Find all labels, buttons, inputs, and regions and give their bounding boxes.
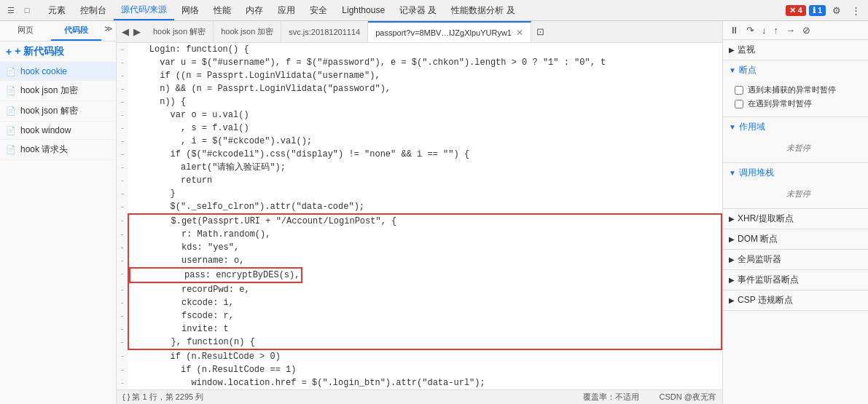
section-header-2[interactable]: ▼作用域 xyxy=(723,117,868,137)
sidebar-more-btn[interactable]: ≫ xyxy=(101,21,116,41)
line-symbol: - xyxy=(117,122,128,135)
rp-step-out-btn[interactable]: ↑ xyxy=(772,24,781,36)
menu-item-console[interactable]: 控制台 xyxy=(73,1,114,20)
menu-item-network[interactable]: 网络 xyxy=(174,1,206,20)
line-code: , s = f.val() xyxy=(128,122,722,135)
file-icon-3: 📄 xyxy=(6,126,16,135)
line-code: var o = u.val() xyxy=(128,108,722,122)
menu-item-recorder[interactable]: 记录器 及 xyxy=(392,1,444,20)
line-symbol: - xyxy=(117,336,128,349)
line-symbol: - xyxy=(117,283,128,296)
code-table: - Login: function() {- var u = $("#usern… xyxy=(117,43,722,389)
menu-item-application[interactable]: 应用 xyxy=(270,1,302,20)
code-editor[interactable]: - Login: function() {- var u = $("#usern… xyxy=(117,43,722,389)
section-label-3: 调用堆栈 xyxy=(739,167,774,179)
menu-item-security[interactable]: 安全 xyxy=(302,1,335,20)
line-symbol: - xyxy=(117,241,128,254)
line-code: }, function(n) { xyxy=(128,336,722,349)
status-bar: { } 第 1 行，第 2295 列 覆盖率：不适用 CSDN @夜无宵 xyxy=(117,389,722,404)
tab-nav-left[interactable]: ◀ xyxy=(120,26,131,37)
section-content-1: 遇到未捕获的异常时暂停在遇到异常时暂停 xyxy=(723,80,868,116)
line-code: if (n.ResultCode > 0) xyxy=(128,349,722,363)
right-section-7: ▶事件监听器断点 xyxy=(723,270,868,290)
menu-icon-1[interactable]: ☰ xyxy=(4,4,17,17)
tab-snippets[interactable]: 代码段 xyxy=(51,21,102,41)
line-code: if (n.ResultCode == 1) xyxy=(128,363,722,376)
rp-pause-btn[interactable]: ⏸ xyxy=(727,24,741,36)
section-header-5[interactable]: ▶DOM 断点 xyxy=(723,229,868,249)
line-symbol: - xyxy=(117,161,128,174)
line-code: n)) { xyxy=(128,95,722,108)
rp-deactivate-btn[interactable]: ⊘ xyxy=(800,24,813,36)
right-section-8: ▶CSP 违规断点 xyxy=(723,290,868,311)
section-header-7[interactable]: ▶事件监听器断点 xyxy=(723,270,868,290)
tab-hook-json-dec[interactable]: hook json 解密 xyxy=(146,21,214,43)
section-label-1: 断点 xyxy=(739,64,756,76)
tab-more-btn[interactable]: ⊡ xyxy=(534,26,547,37)
menu-item-memory[interactable]: 内存 xyxy=(238,1,270,20)
menu-item-lighthouse[interactable]: Lighthouse xyxy=(335,2,392,18)
rp-step-btn[interactable]: → xyxy=(783,24,797,36)
menu-item-elements[interactable]: 元素 xyxy=(41,1,73,20)
line-code: recordPwd: e, xyxy=(128,283,722,296)
sidebar-item-hook-window[interactable]: 📄 hook window xyxy=(0,122,116,140)
section-header-3[interactable]: ▼调用堆栈 xyxy=(723,163,868,183)
table-row: - fscode: r, xyxy=(117,309,722,322)
breakpoint-checkbox-0[interactable] xyxy=(735,86,743,95)
table-row: - $.get(Passprt.URI + "/Account/LoginPos… xyxy=(117,214,722,228)
line-symbol: - xyxy=(117,363,128,376)
menu-item-perf-insights[interactable]: 性能数据分析 及 xyxy=(444,1,522,20)
status-bar-right: 覆盖率：不适用 CSDN @夜无宵 xyxy=(583,392,716,403)
section-header-4[interactable]: ▶XHR/提取断点 xyxy=(723,209,868,229)
menu-icon-2[interactable]: □ xyxy=(20,4,34,17)
section-header-6[interactable]: ▶全局监听器 xyxy=(723,250,868,269)
rp-step-over-btn[interactable]: ↷ xyxy=(744,24,756,36)
settings-button[interactable]: ⚙ xyxy=(829,2,845,18)
menu-icon-group: ☰ □ xyxy=(4,4,34,17)
right-section-6: ▶全局监听器 xyxy=(723,250,868,270)
line-code: return xyxy=(128,174,722,187)
tab-svc[interactable]: svc.js:20181201114 xyxy=(281,21,368,43)
menu-item-performance[interactable]: 性能 xyxy=(206,1,238,20)
right-section-1: ▼断点遇到未捕获的异常时暂停在遇到异常时暂停 xyxy=(723,60,868,117)
file-icon-0: 📄 xyxy=(6,67,16,76)
breakpoint-checkbox-1[interactable] xyxy=(735,100,743,108)
tab-nav-right[interactable]: ▶ xyxy=(131,26,143,37)
inner-highlight: pass: encryptByDES(s), xyxy=(129,267,302,283)
line-code: n) && (n = Passprt.LoginVlidata("passwor… xyxy=(128,82,722,95)
add-snippet-button[interactable]: + + 新代码段 xyxy=(0,41,116,63)
line-symbol: - xyxy=(117,200,128,214)
line-code: Login: function() { xyxy=(128,43,722,56)
section-arrow-2: ▼ xyxy=(729,123,736,131)
right-sections: ▶监视▼断点遇到未捕获的异常时暂停在遇到异常时暂停▼作用域未暂停▼调用堆栈未暂停… xyxy=(723,40,868,311)
right-panel: ⏸ ↷ ↓ ↑ → ⊘ ▶监视▼断点遇到未捕获的异常时暂停在遇到异常时暂停▼作用… xyxy=(722,21,868,404)
table-row: - Login: function() { xyxy=(117,43,722,56)
tab-close-3[interactable]: ✕ xyxy=(516,28,523,38)
breakpoint-row-0: 遇到未捕获的异常时暂停 xyxy=(735,83,862,97)
file-icon-2: 📄 xyxy=(6,106,16,116)
tab-webpage[interactable]: 网页 xyxy=(0,21,51,41)
section-label-0: 监视 xyxy=(738,44,755,56)
more-button[interactable]: ⋮ xyxy=(848,2,864,18)
cursor-position: { } 第 1 行，第 2295 列 xyxy=(122,392,203,403)
right-section-5: ▶DOM 断点 xyxy=(723,229,868,250)
section-header-0[interactable]: ▶监视 xyxy=(723,40,868,60)
sidebar-item-hook-json-dec[interactable]: 📄 hook json 解密 xyxy=(0,101,116,122)
line-symbol: - xyxy=(117,228,128,241)
tab-hook-json-enc[interactable]: hook json 加密 xyxy=(214,21,281,43)
table-row: - pass: encryptByDES(s), xyxy=(117,267,722,283)
section-header-8[interactable]: ▶CSP 违规断点 xyxy=(723,290,868,310)
rp-step-into-btn[interactable]: ↓ xyxy=(759,24,769,36)
tab-passport[interactable]: passport?v=8MBV…lJZgXlpuYURyw1 ✕ xyxy=(368,21,531,43)
line-symbol: - xyxy=(117,187,128,200)
section-label-7: 事件监听器断点 xyxy=(738,274,799,286)
tab-label-2: svc.js:20181201114 xyxy=(289,28,360,36)
line-symbol: - xyxy=(117,309,128,322)
line-code: fscode: r, xyxy=(128,309,722,322)
sidebar-item-hook-cookie[interactable]: 📄 hook cookie xyxy=(0,63,116,81)
section-value-3: 未暂停 xyxy=(735,186,862,202)
sidebar-item-hook-request[interactable]: 📄 hook 请求头 xyxy=(0,140,116,160)
section-header-1[interactable]: ▼断点 xyxy=(723,60,868,80)
menu-item-sources[interactable]: 源代码/来源 xyxy=(114,1,174,20)
sidebar-item-hook-json-enc[interactable]: 📄 hook json 加密 xyxy=(0,81,116,101)
